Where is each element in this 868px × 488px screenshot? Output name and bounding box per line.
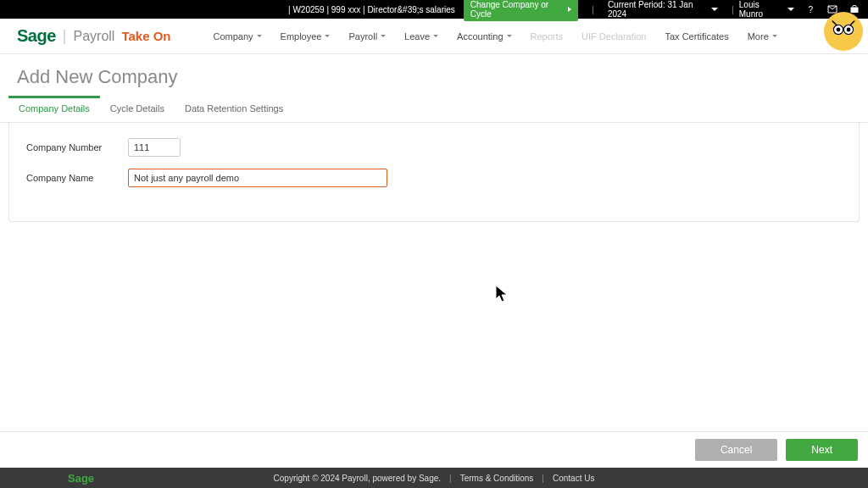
nav-payroll[interactable]: Payroll: [348, 31, 386, 42]
tab-company-details[interactable]: Company Details: [8, 97, 100, 122]
page-title: Add New Company: [0, 54, 868, 97]
separator: |: [592, 5, 594, 14]
company-number-label: Company Number: [26, 142, 128, 152]
caret-right-icon: [568, 7, 571, 12]
footer: Sage Copyright © 2024 Payroll, powered b…: [0, 468, 868, 488]
caret-down-icon: [325, 35, 330, 37]
owl-mascot-icon[interactable]: [824, 12, 863, 51]
caret-down-icon: [787, 8, 794, 11]
nav-accounting[interactable]: Accounting: [457, 31, 511, 42]
change-company-label: Change Company or Cycle: [470, 0, 565, 19]
payroll-logo: Payroll: [74, 29, 115, 44]
footer-contact-link[interactable]: Contact Us: [553, 474, 594, 483]
separator: |: [732, 5, 734, 14]
main-nav: Company Employee Payroll Leave Accountin…: [213, 31, 776, 42]
current-period-label: Current Period: 31 Jan 2024: [608, 0, 706, 19]
form-panel: Company Number Company Name: [8, 123, 860, 222]
caret-down-icon: [772, 35, 777, 37]
row-company-name: Company Name: [26, 169, 842, 187]
separator: |: [449, 474, 452, 483]
caret-down-icon: [711, 8, 718, 11]
header-nav: Sage | Payroll Take On Company Employee …: [0, 19, 868, 54]
tabs: Company Details Cycle Details Data Reten…: [0, 97, 868, 123]
caret-down-icon: [507, 35, 512, 37]
current-period-dropdown[interactable]: Current Period: 31 Jan 2024: [608, 0, 718, 19]
top-bar: | W20259 | 999 xxx | Director&#39;s sala…: [0, 0, 868, 19]
takeon-logo: Take On: [121, 29, 170, 43]
footer-copyright: Copyright © 2024 Payroll, powered by Sag…: [274, 474, 441, 483]
nav-reports: Reports: [531, 31, 564, 42]
svg-rect-0: [851, 8, 859, 14]
nav-company[interactable]: Company: [213, 31, 261, 42]
svg-point-8: [847, 28, 851, 32]
nav-tax[interactable]: Tax Certificates: [665, 31, 728, 42]
nav-leave[interactable]: Leave: [404, 31, 438, 42]
footer-terms-link[interactable]: Terms & Conditions: [460, 474, 534, 483]
footer-sage-logo: Sage: [68, 472, 94, 485]
caret-down-icon: [257, 35, 262, 37]
nav-more[interactable]: More: [748, 31, 777, 42]
action-bar: Cancel Next: [0, 431, 868, 468]
user-menu[interactable]: Louis Munro: [739, 0, 794, 19]
row-company-number: Company Number: [26, 138, 842, 157]
context-breadcrumb: | W20259 | 999 xxx | Director&#39;s sala…: [288, 5, 455, 14]
tab-cycle-details[interactable]: Cycle Details: [100, 97, 175, 122]
company-name-label: Company Name: [26, 173, 128, 183]
cursor-icon: [495, 285, 510, 307]
logo-block: Sage | Payroll Take On: [17, 26, 170, 46]
help-icon[interactable]: ?: [806, 4, 815, 14]
change-company-button[interactable]: Change Company or Cycle: [464, 0, 578, 21]
caret-down-icon: [433, 35, 438, 37]
caret-down-icon: [381, 35, 386, 37]
nav-uif: UIF Declaration: [581, 31, 646, 42]
sage-logo: Sage: [17, 26, 56, 46]
company-number-input[interactable]: [128, 138, 181, 157]
next-button[interactable]: Next: [786, 439, 858, 461]
separator: |: [542, 474, 544, 483]
nav-employee[interactable]: Employee: [281, 31, 331, 42]
logo-divider: |: [63, 27, 67, 45]
cancel-button[interactable]: Cancel: [695, 439, 777, 461]
user-name: Louis Munro: [739, 0, 782, 19]
company-name-input[interactable]: [128, 169, 387, 187]
svg-point-7: [837, 28, 841, 32]
tab-data-retention[interactable]: Data Retention Settings: [175, 97, 293, 122]
